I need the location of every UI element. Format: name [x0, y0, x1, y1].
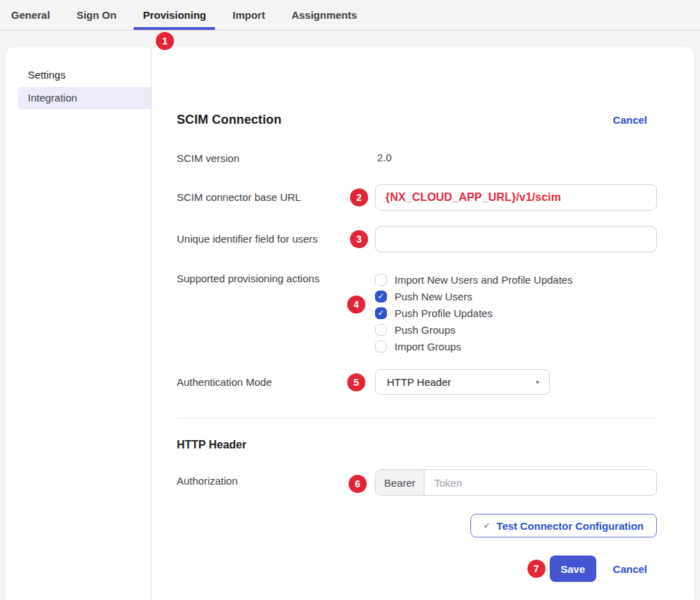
save-button[interactable]: Save [550, 556, 596, 582]
provisioning-actions-label: Supported provisioning actions [177, 271, 375, 355]
check-icon: ✓ [377, 292, 384, 300]
section-divider [177, 418, 657, 419]
checkbox-row-import-groups[interactable]: ✓ Import Groups [375, 338, 657, 355]
step-badge-4: 4 [347, 295, 365, 314]
page-title: SCIM Connection [177, 113, 282, 127]
check-icon: ✓ [484, 521, 491, 530]
cancel-link-top[interactable]: Cancel [613, 114, 647, 126]
app-tab-bar: General Sign On Provisioning Import Assi… [0, 0, 700, 31]
base-url-label: SCIM connector base URL [177, 184, 375, 211]
settings-sidebar: Settings Integration [6, 47, 152, 600]
checkbox-import-new-users[interactable]: ✓ [375, 274, 387, 286]
scim-version-label: SCIM version [177, 152, 375, 164]
step-badge-1: 1 [156, 32, 174, 50]
test-connector-configuration-label: Test Connector Configuration [497, 520, 644, 532]
token-input[interactable] [424, 470, 656, 495]
checkbox-label: Push Profile Updates [395, 307, 493, 319]
chevron-down-icon: ▾ [536, 378, 539, 386]
unique-id-label: Unique identifier field for users [177, 226, 375, 252]
scim-version-value: 2.0 [375, 152, 392, 163]
checkbox-row-push-new-users[interactable]: ✓ Push New Users [375, 288, 657, 305]
checkbox-row-push-profile-updates[interactable]: ✓ Push Profile Updates [375, 305, 657, 321]
checkbox-label: Push Groups [395, 324, 456, 336]
checkbox-push-new-users[interactable]: ✓ [375, 291, 387, 302]
tab-provisioning[interactable]: Provisioning [134, 0, 215, 30]
provisioning-card: Settings Integration SCIM Connection Can… [6, 47, 694, 600]
tab-general[interactable]: General [2, 0, 59, 30]
authorization-input-group: Bearer [375, 469, 657, 496]
authorization-label: Authorization [177, 469, 375, 496]
test-connector-configuration-button[interactable]: ✓ Test Connector Configuration [470, 514, 657, 537]
auth-mode-select[interactable]: HTTP Header ▾ [375, 369, 550, 395]
step-badge-2: 2 [350, 188, 368, 206]
auth-mode-label: Authentication Mode [177, 369, 375, 395]
sidebar-header-settings: Settings [6, 70, 151, 81]
sidebar-item-integration[interactable]: Integration [18, 87, 151, 109]
tab-sign-on[interactable]: Sign On [67, 0, 126, 30]
cancel-link-bottom[interactable]: Cancel [613, 563, 647, 575]
base-url-input[interactable] [375, 184, 657, 211]
step-badge-7: 7 [527, 560, 546, 578]
checkbox-import-groups[interactable]: ✓ [375, 341, 387, 352]
http-header-section-title: HTTP Header [177, 439, 657, 453]
bearer-prefix: Bearer [376, 470, 424, 495]
checkbox-label: Push New Users [395, 291, 472, 302]
checkbox-label: Import Groups [395, 341, 461, 352]
auth-mode-selected-value: HTTP Header [387, 376, 451, 388]
scim-connection-form: SCIM Connection Cancel SCIM version 2.0 … [152, 47, 694, 600]
tab-import[interactable]: Import [223, 0, 274, 30]
checkbox-row-push-groups[interactable]: ✓ Push Groups [375, 321, 657, 338]
checkbox-row-import-new-users[interactable]: ✓ Import New Users and Profile Updates [375, 271, 657, 288]
tab-assignments[interactable]: Assignments [283, 0, 366, 30]
checkbox-label: Import New Users and Profile Updates [395, 274, 573, 286]
step-badge-6: 6 [349, 475, 367, 493]
unique-id-input[interactable] [375, 226, 657, 252]
checkbox-push-groups[interactable]: ✓ [375, 324, 387, 336]
check-icon: ✓ [377, 309, 384, 317]
step-badge-3: 3 [350, 230, 368, 248]
step-badge-5: 5 [347, 373, 365, 391]
checkbox-push-profile-updates[interactable]: ✓ [375, 307, 387, 319]
